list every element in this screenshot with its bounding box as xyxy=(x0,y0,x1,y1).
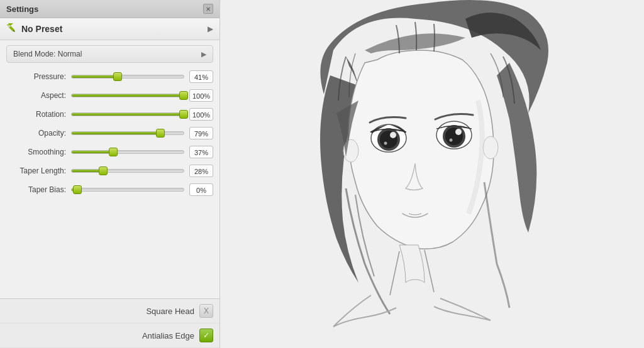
settings-panel: Settings ✕ No Preset ▶ Blend Mode: Norma… xyxy=(0,0,220,348)
slider-row-1: Aspect:100% xyxy=(6,89,213,102)
sliders-area: Pressure:41%Aspect:100%Rotation:100%Opac… xyxy=(0,68,219,298)
slider-thumb-4[interactable] xyxy=(109,148,118,156)
slider-row-5: Taper Length:28% xyxy=(6,165,213,177)
slider-track-0[interactable] xyxy=(71,75,184,79)
slider-thumb-0[interactable] xyxy=(113,72,122,81)
preset-left: No Preset xyxy=(6,23,62,35)
slider-value-5: 28% xyxy=(189,165,213,177)
slider-value-3: 79% xyxy=(189,127,213,139)
slider-value-2: 100% xyxy=(189,108,213,121)
slider-row-3: Opacity:79% xyxy=(6,127,213,139)
slider-track-6[interactable] xyxy=(71,188,184,192)
svg-point-18 xyxy=(483,136,498,159)
blend-mode-row[interactable]: Blend Mode: Normal ▶ xyxy=(6,45,213,63)
slider-value-6: 0% xyxy=(189,183,213,196)
checkbox-label-1: Antialias Edge xyxy=(142,331,194,340)
slider-label-4: Smoothing: xyxy=(6,148,66,156)
svg-point-10 xyxy=(390,132,396,138)
slider-track-3[interactable] xyxy=(71,131,184,135)
preset-label: No Preset xyxy=(21,24,62,34)
slider-thumb-5[interactable] xyxy=(99,166,108,175)
svg-point-15 xyxy=(455,129,462,135)
preset-row[interactable]: No Preset ▶ xyxy=(0,18,219,40)
sketch-illustration xyxy=(220,0,644,348)
slider-label-3: Opacity: xyxy=(6,129,66,138)
checkbox-label-0: Square Head xyxy=(146,307,194,316)
slider-track-4[interactable] xyxy=(71,150,184,154)
slider-label-1: Aspect: xyxy=(6,91,66,100)
slider-thumb-2[interactable] xyxy=(179,110,188,119)
svg-point-16 xyxy=(450,139,453,142)
preset-arrow: ▶ xyxy=(208,24,213,33)
blend-mode-label: Blend Mode: Normal xyxy=(13,50,82,58)
checkbox-1[interactable]: ✓ xyxy=(199,329,213,342)
checkbox-row-0: Square HeadX xyxy=(0,299,219,324)
panel-title: Settings xyxy=(6,4,38,14)
blend-mode-arrow: ▶ xyxy=(201,50,206,58)
slider-thumb-1[interactable] xyxy=(179,91,188,100)
slider-label-5: Taper Length: xyxy=(6,166,66,175)
slider-row-2: Rotation:100% xyxy=(6,108,213,121)
slider-track-5[interactable] xyxy=(71,169,184,173)
checkbox-0[interactable]: X xyxy=(199,304,213,318)
slider-label-0: Pressure: xyxy=(6,72,66,81)
slider-label-2: Rotation: xyxy=(6,110,66,119)
slider-row-0: Pressure:41% xyxy=(6,70,213,83)
title-bar: Settings ✕ xyxy=(0,0,219,18)
slider-track-1[interactable] xyxy=(71,94,184,97)
slider-row-4: Smoothing:37% xyxy=(6,146,213,158)
checkbox-row-1: Antialias Edge✓ xyxy=(0,324,219,348)
checkbox-section: Square HeadXAntialias Edge✓ xyxy=(0,298,219,348)
slider-label-6: Taper Bias: xyxy=(6,185,66,194)
canvas-area[interactable] xyxy=(220,0,644,348)
slider-value-4: 37% xyxy=(189,146,213,158)
slider-thumb-6[interactable] xyxy=(73,185,82,194)
slider-track-2[interactable] xyxy=(71,112,184,116)
svg-point-11 xyxy=(384,142,387,145)
slider-value-0: 41% xyxy=(189,70,213,83)
slider-row-6: Taper Bias:0% xyxy=(6,183,213,196)
pencil-icon xyxy=(6,23,18,35)
close-button[interactable]: ✕ xyxy=(203,4,213,14)
slider-value-1: 100% xyxy=(189,89,213,102)
slider-thumb-3[interactable] xyxy=(156,129,165,138)
